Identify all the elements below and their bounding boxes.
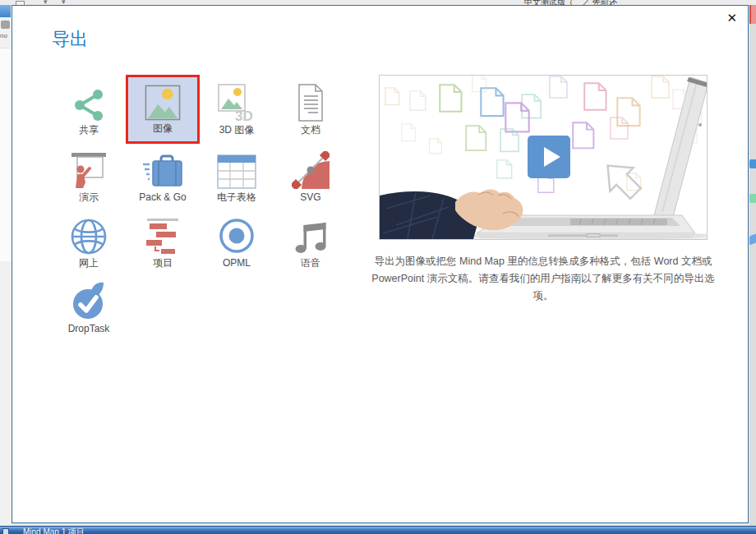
background-right-panel (749, 5, 756, 526)
share-icon (71, 84, 107, 122)
export-option-pack-and-go[interactable]: Pack & Go (126, 144, 200, 209)
taskbar: Mind Map 1 项目 (0, 526, 756, 534)
briefcase-icon (141, 151, 184, 189)
export-option-label: 电子表格 (217, 192, 256, 203)
export-option-image[interactable]: 图像 (126, 75, 200, 144)
radio-circle-icon (218, 217, 256, 255)
export-option-share[interactable]: 共享 (52, 75, 126, 144)
vector-curve-icon (292, 151, 330, 189)
export-preview-illustration (379, 75, 708, 240)
export-options-grid: 共享 图像 3D (52, 75, 348, 341)
export-option-label: 文档 (301, 125, 320, 136)
music-note-icon (294, 217, 327, 255)
export-option-label: 3D 图像 (219, 125, 255, 136)
taskbar-app-icon (2, 528, 9, 534)
presentation-icon (70, 151, 108, 189)
export-option-label: SVG (300, 192, 320, 203)
export-option-droptask[interactable]: DropTask (52, 275, 126, 341)
pen-tool-icon (749, 159, 756, 168)
background-left-panel: no (0, 5, 12, 526)
spreadsheet-icon (217, 151, 256, 189)
export-option-label: 图像 (153, 123, 173, 134)
export-option-opml[interactable]: OPML (200, 209, 274, 275)
shape-tool-icon (749, 194, 756, 203)
document-icon (294, 84, 327, 122)
3d-image-icon: 3D (218, 84, 256, 122)
export-option-document[interactable]: 文档 (274, 75, 348, 144)
image-icon (145, 85, 181, 121)
export-option-label: DropTask (68, 324, 110, 334)
export-option-spreadsheet[interactable]: 电子表格 (200, 144, 274, 209)
pencil-tool-icon (749, 234, 756, 246)
export-option-svg[interactable]: SVG (274, 144, 348, 209)
sidebar-text-fragment: no (0, 32, 7, 39)
gantt-icon (144, 217, 182, 255)
close-icon[interactable]: ✕ (726, 12, 737, 24)
globe-icon (71, 217, 107, 255)
export-option-label: 项目 (153, 258, 173, 269)
export-option-3d-image[interactable]: 3D 3D 图像 (200, 75, 274, 144)
export-option-label: 网上 (79, 258, 99, 269)
export-option-label: 语音 (301, 258, 320, 269)
export-option-label: 共享 (79, 125, 99, 136)
export-option-web[interactable]: 网上 (52, 209, 126, 275)
export-option-label: Pack & Go (139, 192, 186, 203)
dialog-title: 导出 (52, 27, 88, 52)
export-option-audio[interactable]: 语音 (274, 209, 348, 275)
selected-tile-background: 图像 (128, 77, 197, 141)
canvas-sliver (0, 48, 12, 261)
sidebar-selected-item-sliver (0, 5, 11, 17)
taskbar-text-fragment: Mind Map 1 项目 (23, 527, 85, 534)
export-option-label: 演示 (79, 192, 99, 203)
svg-text:3D: 3D (235, 108, 253, 122)
red-tab-sliver (749, 5, 756, 24)
export-option-presentation[interactable]: 演示 (52, 144, 126, 209)
play-button[interactable] (528, 136, 570, 178)
droptask-check-icon (71, 283, 107, 320)
export-dialog: ✕ 导出 共享 图像 (12, 5, 749, 523)
sidebar-icon-sliver (1, 21, 10, 29)
export-description: 导出为图像或把您 Mind Map 里的信息转换成多种格式，包括 Word 文档… (364, 253, 722, 305)
export-option-project[interactable]: 项目 (126, 209, 200, 275)
export-option-label: OPML (223, 258, 251, 269)
